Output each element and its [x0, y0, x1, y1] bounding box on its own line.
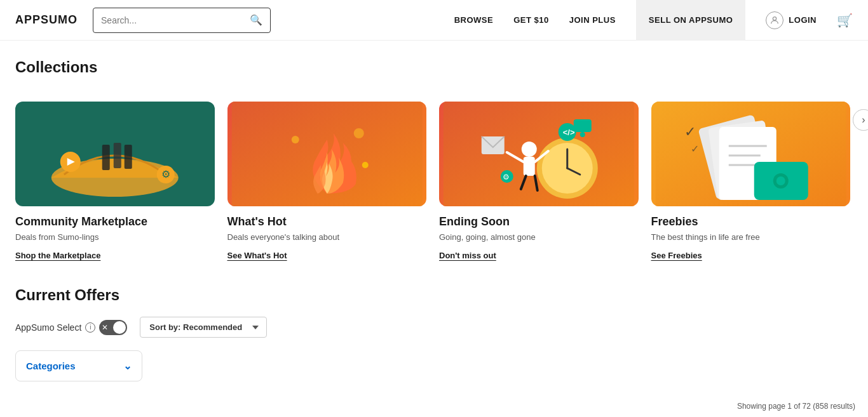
categories-button[interactable]: Categories ⌄ — [15, 350, 142, 381]
search-input[interactable] — [101, 15, 250, 25]
appsumo-select-toggle[interactable]: ✕ — [99, 320, 127, 335]
appsumo-select-label: AppSumo Select i ✕ — [15, 320, 127, 335]
search-wrapper: 🔍 — [93, 8, 271, 33]
svg-point-40 — [776, 176, 785, 185]
offers-controls: AppSumo Select i ✕ Sort by: Recommended … — [15, 317, 853, 338]
next-arrow[interactable]: › — [853, 109, 868, 131]
svg-rect-13 — [444, 102, 634, 206]
freebies-link[interactable]: See Freebies — [651, 251, 702, 260]
hot-link[interactable]: See What's Hot — [227, 251, 287, 260]
community-title: Community Marketplace — [15, 215, 215, 228]
svg-text:✓: ✓ — [684, 124, 695, 140]
collection-img-community: ⚙ — [15, 102, 215, 206]
svg-point-18 — [522, 142, 537, 157]
svg-point-30 — [580, 132, 585, 137]
nav-browse[interactable]: BROWSE — [454, 15, 494, 25]
svg-text:⚙: ⚙ — [161, 169, 170, 180]
collections-row: ⚙ Community Marketplace Deals from Sumo-… — [15, 102, 853, 261]
bottom-row: Categories ⌄ — [15, 350, 853, 381]
community-desc: Deals from Sumo-lings — [15, 232, 215, 242]
hot-title: What's Hot — [227, 215, 427, 228]
svg-rect-6 — [102, 145, 110, 170]
offers-section: Current Offers AppSumo Select i ✕ Sort b… — [15, 286, 853, 381]
freebies-desc: The best things in life are free — [651, 232, 851, 242]
categories-panel: Categories ⌄ — [15, 350, 142, 381]
collection-img-ending: </> ⚙ — [439, 102, 639, 206]
ending-title: Ending Soon — [439, 215, 639, 228]
svg-text:</>: </> — [563, 128, 575, 137]
chevron-down-icon: ⌄ — [123, 360, 132, 372]
svg-text:✓: ✓ — [690, 143, 698, 154]
collection-card-ending[interactable]: </> ⚙ Ending Soon Going, going, almost g… — [439, 102, 639, 261]
svg-point-11 — [353, 128, 363, 138]
main-content: Collections ‹ › — [0, 41, 868, 381]
info-icon[interactable]: i — [85, 322, 95, 333]
nav-joinplus[interactable]: JOIN PLUS — [569, 15, 616, 25]
hot-desc: Deals everyone's talking about — [227, 232, 427, 242]
svg-point-0 — [773, 17, 776, 20]
collection-card-freebies[interactable]: ✓ ✓ Freebies The best things in life are… — [651, 102, 851, 261]
header: APPSUMO 🔍 BROWSE GET $10 JOIN PLUS SELL … — [0, 0, 868, 41]
svg-point-10 — [291, 136, 299, 143]
svg-rect-29 — [574, 119, 592, 132]
ending-link[interactable]: Don't miss out — [439, 251, 496, 260]
svg-text:⚙: ⚙ — [503, 173, 510, 182]
community-link[interactable]: Shop the Marketplace — [15, 251, 100, 260]
ending-desc: Going, going, almost gone — [439, 232, 639, 242]
categories-label: Categories — [26, 361, 76, 371]
nav-sell[interactable]: SELL ON APPSUMO — [636, 0, 745, 41]
svg-rect-19 — [524, 157, 535, 176]
logo[interactable]: APPSUMO — [15, 13, 78, 27]
nav-login[interactable]: LOGIN — [789, 15, 817, 25]
freebies-title: Freebies — [651, 215, 851, 228]
svg-rect-8 — [125, 145, 132, 169]
avatar-icon — [766, 11, 783, 29]
collection-img-freebies: ✓ ✓ — [651, 102, 851, 206]
nav-get10[interactable]: GET $10 — [513, 15, 549, 25]
collection-card-community[interactable]: ⚙ Community Marketplace Deals from Sumo-… — [15, 102, 215, 261]
search-icon[interactable]: 🔍 — [250, 14, 262, 26]
login-wrapper[interactable]: LOGIN — [766, 11, 817, 29]
offers-title: Current Offers — [15, 286, 853, 304]
svg-point-12 — [362, 162, 368, 168]
collections-title: Collections — [15, 58, 97, 76]
toggle-x-icon: ✕ — [102, 324, 108, 331]
appsumo-select-text: AppSumo Select — [15, 322, 81, 333]
header-nav: BROWSE GET $10 JOIN PLUS SELL ON APPSUMO… — [454, 0, 853, 41]
collection-img-hot — [227, 102, 427, 206]
sort-select[interactable]: Sort by: Recommended Newest Most Popular… — [140, 317, 267, 338]
collection-card-hot[interactable]: What's Hot Deals everyone's talking abou… — [227, 102, 427, 261]
toggle-knob — [113, 321, 126, 334]
svg-rect-7 — [114, 143, 121, 168]
cart-icon[interactable]: 🛒 — [837, 13, 853, 28]
collections-section: Collections ‹ › — [15, 58, 853, 261]
